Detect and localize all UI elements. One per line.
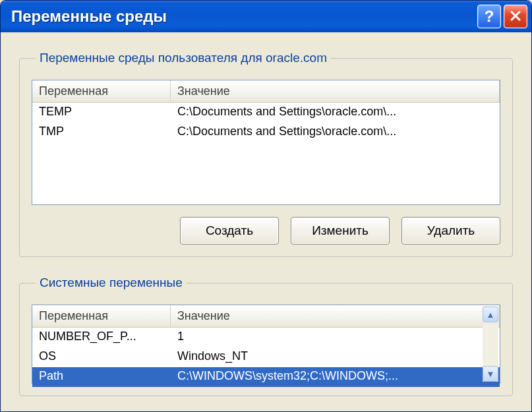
list-item[interactable]: Path C:\WINDOWS\system32;C:\WINDOWS;... [32, 367, 500, 387]
list-item[interactable]: TEMP C:\Documents and Settings\oracle.co… [32, 103, 500, 123]
var-value: C:\WINDOWS\system32;C:\WINDOWS;... [171, 367, 500, 387]
var-name: NUMBER_OF_P... [32, 328, 171, 347]
client-area: Переменные среды пользователя для oracle… [1, 32, 531, 411]
chevron-down-icon: ▼ [487, 369, 495, 379]
column-header-name[interactable]: Переменная [32, 80, 171, 102]
list-item[interactable]: OS Windows_NT [32, 347, 500, 367]
column-header-value[interactable]: Значение [171, 305, 500, 327]
scroll-down-button[interactable]: ▼ [483, 366, 498, 382]
var-name: OS [32, 347, 171, 367]
window-title: Переменные среды [5, 7, 475, 26]
scroll-up-button[interactable]: ▲ [483, 307, 498, 322]
var-value: Windows_NT [171, 347, 500, 367]
user-vars-listview[interactable]: Переменная Значение TEMP C:\Documents an… [32, 80, 500, 205]
var-name: Path [32, 367, 171, 387]
user-vars-header[interactable]: Переменная Значение [32, 80, 500, 103]
column-header-value[interactable]: Значение [171, 80, 500, 102]
close-button[interactable] [504, 5, 527, 28]
var-value: C:\Documents and Settings\oracle.com\... [171, 123, 500, 142]
column-header-name[interactable]: Переменная [32, 305, 171, 327]
delete-button[interactable]: Удалить [401, 217, 500, 245]
system-vars-group: Системные переменные Переменная Значение… [19, 276, 513, 396]
user-vars-group: Переменные среды пользователя для oracle… [19, 51, 513, 257]
var-value: C:\Documents and Settings\oracle.com\... [171, 103, 500, 123]
var-name: TMP [32, 123, 171, 142]
env-vars-dialog: Переменные среды ? Переменные среды поль… [0, 0, 532, 412]
edit-button[interactable]: Изменить [291, 217, 390, 245]
close-icon [510, 8, 521, 25]
system-vars-body: NUMBER_OF_P... 1 OS Windows_NT Path C:\W… [32, 328, 500, 387]
titlebar[interactable]: Переменные среды ? [1, 1, 531, 32]
system-vars-legend: Системные переменные [36, 276, 187, 290]
var-name: TEMP [32, 103, 171, 123]
scroll-track[interactable] [483, 322, 498, 366]
system-vars-header[interactable]: Переменная Значение [32, 305, 500, 328]
var-value: 1 [171, 328, 500, 347]
chevron-up-icon: ▲ [487, 310, 495, 320]
user-vars-legend: Переменные среды пользователя для oracle… [36, 51, 331, 65]
list-item[interactable]: NUMBER_OF_P... 1 [32, 328, 500, 347]
scrollbar[interactable]: ▲ ▼ [483, 307, 498, 382]
help-button[interactable]: ? [477, 5, 501, 28]
help-icon: ? [485, 7, 494, 26]
user-vars-buttons: Создать Изменить Удалить [32, 217, 500, 245]
system-vars-listview[interactable]: Переменная Значение NUMBER_OF_P... 1 OS … [32, 305, 500, 384]
create-button[interactable]: Создать [180, 217, 279, 245]
list-item[interactable]: TMP C:\Documents and Settings\oracle.com… [32, 123, 500, 142]
user-vars-body: TEMP C:\Documents and Settings\oracle.co… [32, 103, 500, 142]
